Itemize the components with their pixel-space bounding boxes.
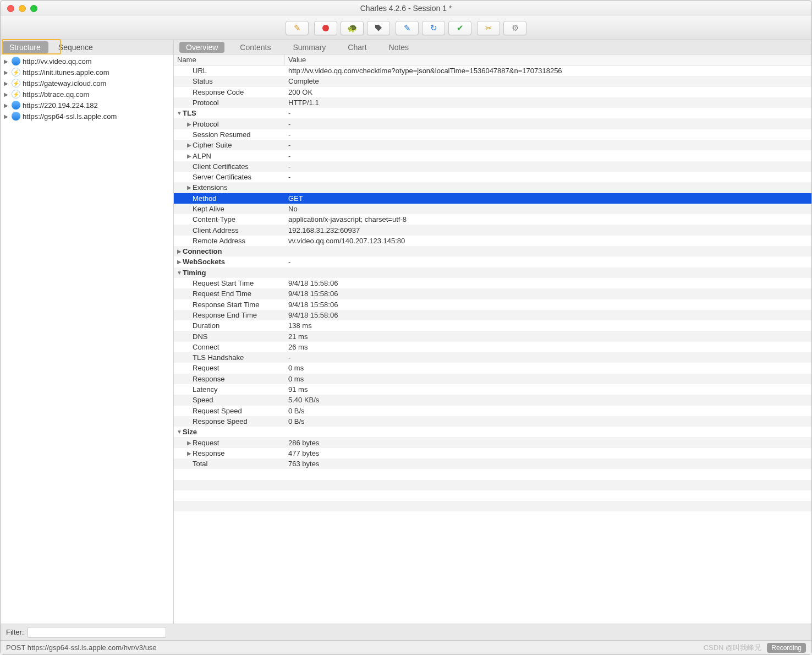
row-name-label: Method	[193, 194, 216, 203]
grid-body[interactable]: URLhttp://vv.video.qq.com/checktime?otyp…	[174, 66, 811, 624]
filter-input[interactable]	[28, 627, 166, 638]
tab-sequence[interactable]: Sequence	[51, 41, 101, 53]
host-row[interactable]: ▶ https://gsp64-ssl.ls.apple.com	[1, 111, 173, 122]
chevron-right-icon[interactable]: ▶	[176, 259, 183, 265]
grid-row[interactable]: StatusComplete	[174, 76, 811, 86]
record-button[interactable]	[314, 21, 337, 35]
chevron-right-icon[interactable]: ▶	[186, 153, 193, 159]
grid-row[interactable]: Session Resumed-	[174, 129, 811, 140]
tab-contents[interactable]: Contents	[233, 42, 277, 53]
chevron-right-icon[interactable]: ▶	[186, 142, 193, 148]
grid-row[interactable]: Speed5.40 KB/s	[174, 395, 811, 405]
chevron-right-icon[interactable]: ▶	[176, 248, 183, 254]
chevron-down-icon[interactable]: ▼	[176, 110, 183, 116]
tools-icon: ✂	[485, 23, 492, 33]
grid-row[interactable]: Response End Time9/4/18 15:58:06	[174, 310, 811, 320]
grid-row[interactable]: MethodGET	[174, 193, 811, 204]
grid-row[interactable]: Request Speed0 B/s	[174, 406, 811, 416]
cell-name: ▶Cipher Suite	[174, 141, 285, 149]
grid-row[interactable]: URLhttp://vv.video.qq.com/checktime?otyp…	[174, 66, 811, 76]
grid-row[interactable]	[174, 501, 811, 511]
grid-row[interactable]: Response Start Time9/4/18 15:58:06	[174, 299, 811, 310]
grid-row[interactable]: ▼TLS-	[174, 108, 811, 118]
row-name-label: Server Certificates	[193, 173, 251, 181]
cell-value: 0 ms	[285, 375, 811, 383]
grid-row[interactable]: ▶Protocol-	[174, 118, 811, 129]
chevron-down-icon[interactable]: ▼	[176, 429, 183, 435]
throttle-button[interactable]: 🐢	[341, 21, 364, 35]
cell-value: -	[285, 173, 811, 181]
cell-name: Speed	[174, 396, 285, 404]
chevron-right-icon: ▶	[4, 113, 9, 119]
settings-button[interactable]: ⚙	[503, 21, 526, 35]
grid-row[interactable]: ▶Connection	[174, 246, 811, 256]
grid-row[interactable]: DNS21 ms	[174, 331, 811, 341]
chevron-right-icon[interactable]: ▶	[186, 184, 193, 190]
compose-button[interactable]: ✎	[396, 21, 419, 35]
status-bar: POST https://gsp64-ssl.ls.apple.com/hvr/…	[1, 640, 811, 654]
cell-value: -	[285, 141, 811, 149]
grid-row[interactable]: Client Address192.168.31.232:60937	[174, 225, 811, 235]
grid-row[interactable]: Request End Time9/4/18 15:58:06	[174, 288, 811, 299]
chevron-right-icon: ▶	[4, 91, 9, 97]
grid-row[interactable]: Response Code200 OK	[174, 87, 811, 97]
grid-row[interactable]	[174, 469, 811, 479]
host-row[interactable]: ▶ ⚡ https://init.itunes.apple.com	[1, 67, 173, 78]
cell-value: 26 ms	[285, 343, 811, 351]
grid-row[interactable]: ▶Response477 bytes	[174, 448, 811, 459]
tab-chart[interactable]: Chart	[341, 42, 373, 53]
grid-row[interactable]: ▼Timing	[174, 268, 811, 278]
grid-row[interactable]	[174, 490, 811, 501]
cell-name: TLS Handshake	[174, 353, 285, 362]
breakpoints-button[interactable]	[367, 21, 390, 35]
host-row[interactable]: ▶ ⚡ https://gateway.icloud.com	[1, 78, 173, 89]
grid-row[interactable]: Client Certificates-	[174, 161, 811, 172]
grid-row[interactable]	[174, 480, 811, 490]
grid-row[interactable]: Connect26 ms	[174, 342, 811, 352]
grid-row[interactable]: Request0 ms	[174, 363, 811, 373]
grid-row[interactable]: ▶Extensions	[174, 182, 811, 193]
grid-row[interactable]: Duration138 ms	[174, 320, 811, 331]
grid-row[interactable]: Latency91 ms	[174, 384, 811, 395]
grid-row[interactable]: Total763 bytes	[174, 459, 811, 469]
chevron-right-icon[interactable]: ▶	[186, 450, 193, 456]
chevron-right-icon[interactable]: ▶	[186, 121, 193, 127]
validate-button[interactable]: ✔	[448, 21, 471, 35]
host-row[interactable]: ▶ http://vv.video.qq.com	[1, 56, 173, 67]
host-row[interactable]: ▶ ⚡ https://btrace.qq.com	[1, 89, 173, 100]
chevron-down-icon[interactable]: ▼	[176, 270, 183, 276]
chevron-right-icon[interactable]: ▶	[186, 440, 193, 446]
tab-summary[interactable]: Summary	[286, 42, 332, 53]
grid-row[interactable]: Content-Typeapplication/x-javascript; ch…	[174, 214, 811, 225]
grid-row[interactable]: Response0 ms	[174, 374, 811, 384]
grid-row[interactable]: Response Speed0 B/s	[174, 416, 811, 427]
grid-row[interactable]: ▶Cipher Suite-	[174, 140, 811, 150]
grid-row[interactable]: Server Certificates-	[174, 172, 811, 182]
status-text: POST https://gsp64-ssl.ls.apple.com/hvr/…	[6, 643, 157, 652]
col-value[interactable]: Value	[285, 54, 811, 65]
broom-button[interactable]: ✎	[286, 21, 309, 35]
grid-row[interactable]: Remote Addressvv.video.qq.com/140.207.12…	[174, 236, 811, 246]
grid-row[interactable]: ProtocolHTTP/1.1	[174, 97, 811, 108]
col-name[interactable]: Name	[174, 54, 285, 65]
tab-notes[interactable]: Notes	[382, 42, 416, 53]
cell-name: Request End Time	[174, 290, 285, 298]
grid-row[interactable]: ▶ALPN-	[174, 150, 811, 161]
host-tree[interactable]: ▶ http://vv.video.qq.com▶ ⚡ https://init…	[1, 54, 173, 624]
toolbar: ✎ 🐢 ✎ ↻ ✔ ✂ ⚙	[1, 16, 811, 40]
tools-button[interactable]: ✂	[477, 21, 500, 35]
grid-row[interactable]: ▶WebSockets-	[174, 256, 811, 267]
grid-row[interactable]: Request Start Time9/4/18 15:58:06	[174, 278, 811, 288]
grid-row[interactable]: Kept AliveNo	[174, 204, 811, 214]
grid-row[interactable]: ▼Size	[174, 427, 811, 437]
repeat-button[interactable]: ↻	[422, 21, 445, 35]
host-label: https://btrace.qq.com	[23, 90, 89, 99]
tab-overview[interactable]: Overview	[179, 42, 224, 53]
cell-name: Total	[174, 460, 285, 468]
cell-name: Latency	[174, 385, 285, 394]
grid-row[interactable]: TLS Handshake-	[174, 352, 811, 363]
host-row[interactable]: ▶ https://220.194.224.182	[1, 100, 173, 111]
tab-structure[interactable]: Structure	[2, 41, 48, 53]
grid-row[interactable]: ▶Request286 bytes	[174, 437, 811, 447]
cell-name: Request Start Time	[174, 279, 285, 287]
